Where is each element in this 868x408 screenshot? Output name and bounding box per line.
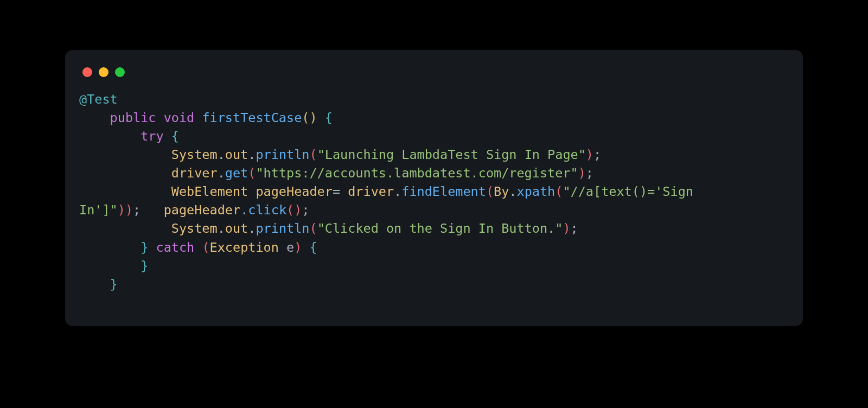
dot: . (248, 147, 256, 162)
dot: . (218, 147, 225, 162)
method-call: click (248, 202, 286, 218)
maximize-icon[interactable] (115, 67, 125, 77)
type: Exception (210, 240, 279, 255)
paren: )) (118, 202, 133, 218)
annotation-token: @Test (79, 92, 118, 107)
minimize-icon[interactable] (99, 67, 108, 77)
variable: pageHeader (164, 202, 240, 218)
semicolon: ; (302, 202, 309, 218)
paren: ( (202, 240, 209, 255)
dot: . (509, 184, 516, 199)
identifier: System (171, 221, 218, 236)
dot: . (218, 221, 225, 236)
keyword-public: public (110, 110, 156, 125)
brace: { (325, 110, 333, 125)
method-call: get (225, 165, 248, 181)
paren: ( (486, 184, 494, 199)
variable: e (286, 240, 294, 255)
paren: ( (248, 165, 256, 181)
identifier: driver (171, 165, 218, 181)
brace: { (310, 240, 317, 255)
equals: = (333, 184, 340, 199)
string-literal: "https://accounts.lambdatest.com/registe… (256, 165, 578, 181)
method-call: println (256, 221, 309, 236)
method-call: xpath (517, 184, 556, 199)
semicolon: ; (133, 202, 141, 218)
keyword-try: try (141, 129, 163, 144)
traffic-lights (79, 63, 789, 90)
paren: () (286, 202, 302, 218)
method-call: findElement (401, 184, 486, 199)
dot: . (218, 165, 225, 181)
brace: } (141, 240, 148, 255)
type: WebElement (171, 184, 248, 199)
identifier: out (225, 221, 248, 236)
string-literal: "Clicked on the Sign In Button." (317, 221, 563, 236)
paren: ) (294, 240, 302, 255)
code-window: @Test public void firstTestCase() { try … (65, 50, 803, 326)
identifier: By (494, 184, 509, 199)
dot: . (240, 202, 248, 218)
paren: ( (309, 221, 317, 236)
paren: ) (563, 221, 570, 236)
close-icon[interactable] (82, 67, 92, 77)
keyword-catch: catch (156, 240, 195, 255)
semicolon: ; (586, 165, 593, 181)
method-call: println (256, 147, 309, 162)
code-content: @Test public void firstTestCase() { try … (79, 90, 789, 294)
paren: ) (578, 165, 586, 181)
keyword-void: void (164, 110, 195, 125)
dot: . (248, 221, 256, 236)
identifier: out (225, 147, 248, 162)
brace: } (141, 258, 148, 273)
parens: () (302, 110, 317, 125)
identifier: System (171, 147, 218, 162)
function-name: firstTestCase (202, 110, 302, 125)
semicolon: ; (593, 147, 601, 162)
variable: pageHeader (256, 184, 332, 199)
string-literal: "Launching LambdaTest Sign In Page" (317, 147, 586, 162)
brace: { (171, 129, 179, 144)
paren: ) (586, 147, 593, 162)
semicolon: ; (571, 221, 578, 236)
paren: ( (555, 184, 563, 199)
identifier: driver (348, 184, 394, 199)
paren: ( (309, 147, 317, 162)
dot: . (394, 184, 401, 199)
brace: } (110, 277, 118, 292)
